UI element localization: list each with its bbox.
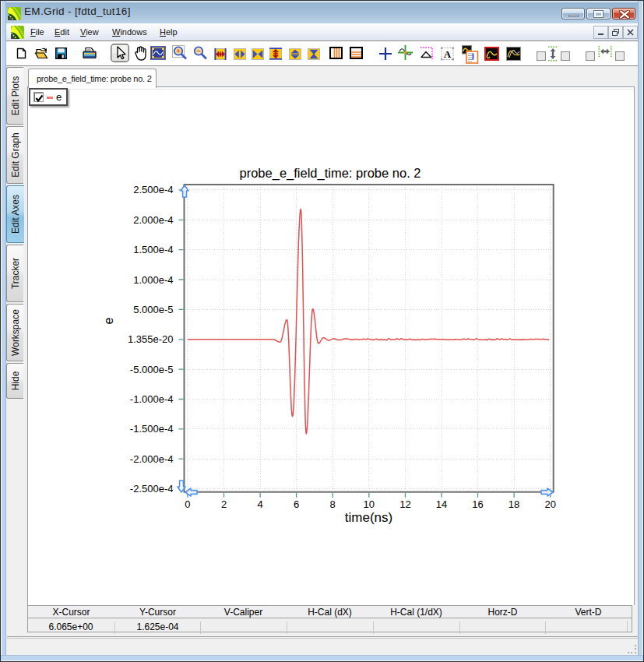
svg-text:-2.500e-4: -2.500e-4 [130, 483, 174, 495]
svg-text:-1.000e-4: -1.000e-4 [130, 393, 174, 405]
svg-text:2: 2 [221, 498, 227, 510]
svg-text:-5.000e-5: -5.000e-5 [130, 364, 174, 375]
svg-text:20: 20 [544, 498, 555, 510]
svg-text:-2.000e-4: -2.000e-4 [130, 453, 174, 465]
svg-text:-1.500e-4: -1.500e-4 [130, 423, 174, 435]
svg-text:10: 10 [364, 498, 375, 510]
svg-text:e: e [102, 317, 115, 324]
svg-text:1.500e-4: 1.500e-4 [133, 244, 173, 255]
svg-text:time(ns): time(ns) [345, 510, 392, 525]
svg-text:12: 12 [399, 498, 410, 510]
svg-text:5.000e-5: 5.000e-5 [133, 304, 173, 315]
svg-text:4: 4 [257, 498, 262, 510]
svg-text:1.355e-20: 1.355e-20 [128, 333, 174, 345]
svg-text:probe_e_field_time: probe no.: probe_e_field_time: probe no. 2 [240, 166, 421, 181]
svg-text:0: 0 [185, 498, 190, 510]
svg-text:16: 16 [472, 498, 483, 510]
svg-text:8: 8 [330, 498, 336, 510]
svg-text:A: A [444, 48, 452, 60]
svg-text:6: 6 [294, 498, 299, 510]
svg-text:2.000e-4: 2.000e-4 [133, 214, 173, 226]
svg-text:18: 18 [509, 498, 519, 510]
svg-text:14: 14 [436, 498, 447, 510]
svg-text:2.500e-4: 2.500e-4 [133, 184, 173, 195]
svg-text:1.000e-4: 1.000e-4 [133, 274, 173, 286]
